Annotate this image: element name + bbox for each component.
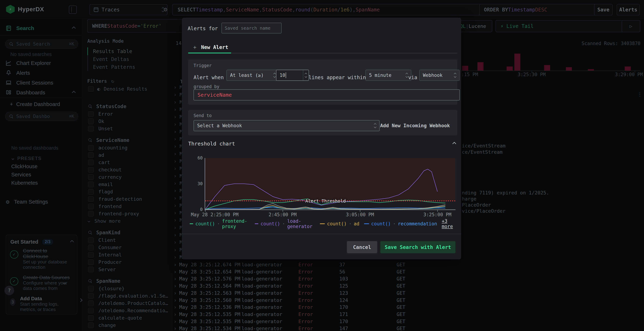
x-tick <box>205 210 206 212</box>
legend-dot: · <box>393 221 396 226</box>
legend-fn: count() <box>260 221 280 226</box>
webhook-select-value: Select a Webhook <box>197 123 242 128</box>
tab-new-alert[interactable]: + New Alert <box>193 44 228 50</box>
interval-value: 5 minute <box>369 72 392 78</box>
x-tick-label: 3:25:00 PM <box>424 212 452 217</box>
legend-name: frontend-proxy <box>222 218 250 229</box>
legend-item[interactable]: count()·ad <box>320 221 360 226</box>
channel-value: Webhook <box>423 72 442 78</box>
alerts-for-label: Alerts for <box>188 25 218 31</box>
legend-dash <box>320 223 325 224</box>
legend-name: load-generator <box>287 218 315 229</box>
collapse-chart-icon[interactable] <box>453 142 456 146</box>
x-tick-label: 3:05:00 PM <box>346 212 374 217</box>
tab-label: New Alert <box>201 44 228 50</box>
legend-name: recommendation <box>398 221 437 226</box>
y-tick-label: 30 <box>193 181 203 186</box>
webhook-select[interactable]: Select a Webhook <box>194 120 380 131</box>
lines-within-text: lines appear within <box>308 72 366 83</box>
group-by-value: ServiceName <box>198 92 232 98</box>
legend-fn: count() <box>195 221 215 226</box>
y-tick-label: 0 <box>193 207 203 212</box>
x-tick-label: May 28 2:25:00 PM <box>191 212 238 217</box>
cancel-button[interactable]: Cancel <box>347 241 377 253</box>
save-search-with-alert-button[interactable]: Save Search with Alert <box>380 241 456 253</box>
legend-fn: count() <box>327 221 347 226</box>
legend-item[interactable]: count()·recommendation <box>364 221 437 226</box>
legend-dash <box>190 223 193 224</box>
group-by-input[interactable]: ServiceName <box>194 89 460 100</box>
condition-value: At least (≥) <box>230 72 264 78</box>
active-tab-underline <box>188 52 231 53</box>
send-to-label: Send to <box>194 113 212 118</box>
legend-item[interactable]: count()·load-generator <box>255 218 315 229</box>
legend-item[interactable]: count()·frontend-proxy <box>190 218 250 229</box>
y-tick-label: 60 <box>193 155 203 160</box>
send-to-card: Send to Select a Webhook Add New Incomin… <box>188 110 457 135</box>
threshold-chart-title: Threshold chart <box>188 141 235 147</box>
legend-dot: · <box>217 221 220 226</box>
trigger-card: Trigger Alert when At least (≥) 10 lines… <box>188 59 457 105</box>
trigger-label: Trigger <box>194 63 212 68</box>
x-tick <box>360 210 360 212</box>
threshold-value: 10 <box>280 72 285 78</box>
legend-dash <box>255 223 258 224</box>
threshold-input[interactable]: 10 <box>276 70 309 81</box>
interval-select[interactable]: 5 minute <box>366 70 411 81</box>
legend-dash <box>364 223 369 224</box>
footer-divider <box>182 234 461 234</box>
x-tick-label: 2:45:00 PM <box>268 212 296 217</box>
grouped-by-label: grouped by <box>194 84 220 89</box>
legend-dot: · <box>282 221 285 226</box>
legend-fn: count() <box>371 221 391 226</box>
chart-legend: count()·frontend-proxycount()·load-gener… <box>190 218 458 229</box>
alert-when-text: Alert when <box>194 72 224 83</box>
saved-search-name-input[interactable] <box>222 23 282 33</box>
condition-select[interactable]: At least (≥) <box>226 70 279 81</box>
y-axis-line <box>205 158 205 210</box>
add-webhook-button[interactable]: Add New Incoming Webhook <box>380 123 450 128</box>
create-alert-modal: Alerts for + New Alert Trigger Alert whe… <box>182 18 461 259</box>
plus-icon: + <box>193 44 196 50</box>
channel-select[interactable]: Webhook <box>419 70 460 81</box>
x-tick <box>438 210 438 212</box>
stepper-arrows[interactable] <box>303 70 308 80</box>
via-text: via <box>408 72 417 83</box>
text-caret <box>286 72 286 78</box>
x-tick <box>283 210 283 212</box>
x-axis-line <box>205 209 456 210</box>
threshold-label: Alert Threshold <box>305 198 346 204</box>
legend-dot: · <box>349 221 352 226</box>
legend-name: ad <box>354 221 360 226</box>
legend-more-link[interactable]: +3 more <box>442 218 458 229</box>
